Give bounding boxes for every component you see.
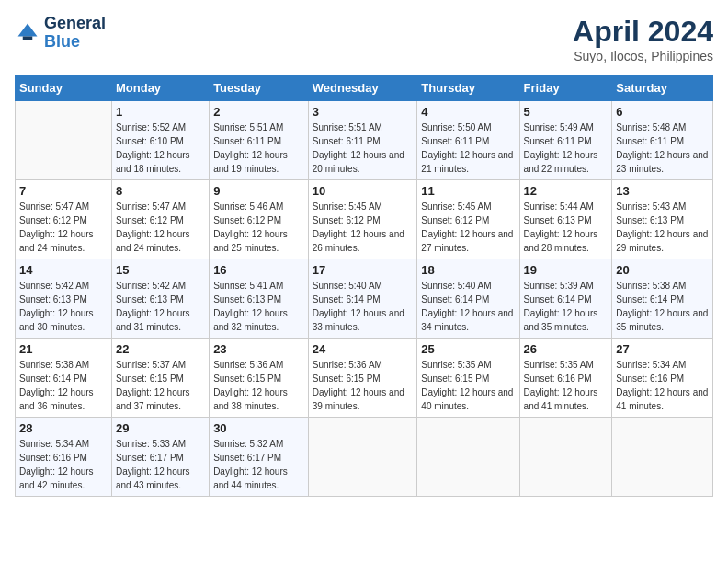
day-info: Sunrise: 5:35 AMSunset: 6:15 PMDaylight:… <box>421 358 515 413</box>
day-info: Sunrise: 5:49 AMSunset: 6:11 PMDaylight:… <box>524 121 609 176</box>
day-info: Sunrise: 5:34 AMSunset: 6:16 PMDaylight:… <box>616 358 709 413</box>
calendar-cell: 10 Sunrise: 5:45 AMSunset: 6:12 PMDaylig… <box>308 180 417 259</box>
calendar-cell: 14 Sunrise: 5:42 AMSunset: 6:13 PMDaylig… <box>16 259 112 339</box>
subtitle: Suyo, Ilocos, Philippines <box>573 49 713 63</box>
day-number: 1 <box>116 105 205 119</box>
day-number: 21 <box>19 342 108 356</box>
calendar-cell <box>308 418 417 497</box>
calendar-cell <box>519 418 612 497</box>
logo-icon <box>15 20 40 46</box>
day-info: Sunrise: 5:38 AMSunset: 6:14 PMDaylight:… <box>19 358 108 413</box>
day-number: 14 <box>19 263 108 277</box>
calendar-cell: 25 Sunrise: 5:35 AMSunset: 6:15 PMDaylig… <box>417 339 519 418</box>
calendar-cell: 5 Sunrise: 5:49 AMSunset: 6:11 PMDayligh… <box>519 101 612 180</box>
day-info: Sunrise: 5:36 AMSunset: 6:15 PMDaylight:… <box>213 358 304 413</box>
calendar-cell: 2 Sunrise: 5:51 AMSunset: 6:11 PMDayligh… <box>210 101 309 180</box>
day-number: 7 <box>19 184 108 198</box>
calendar-body: 1 Sunrise: 5:52 AMSunset: 6:10 PMDayligh… <box>16 101 713 497</box>
day-info: Sunrise: 5:33 AMSunset: 6:17 PMDaylight:… <box>116 437 205 492</box>
day-number: 23 <box>213 342 304 356</box>
day-info: Sunrise: 5:40 AMSunset: 6:14 PMDaylight:… <box>313 279 414 334</box>
day-info: Sunrise: 5:42 AMSunset: 6:13 PMDaylight:… <box>19 279 108 334</box>
calendar-cell: 18 Sunrise: 5:40 AMSunset: 6:14 PMDaylig… <box>417 259 519 339</box>
day-number: 4 <box>421 105 515 119</box>
day-number: 11 <box>421 184 515 198</box>
calendar-cell <box>612 418 713 497</box>
day-info: Sunrise: 5:36 AMSunset: 6:15 PMDaylight:… <box>313 358 414 413</box>
title-area: April 2024 Suyo, Ilocos, Philippines <box>573 15 713 63</box>
calendar-cell: 27 Sunrise: 5:34 AMSunset: 6:16 PMDaylig… <box>612 339 713 418</box>
day-info: Sunrise: 5:35 AMSunset: 6:16 PMDaylight:… <box>524 358 609 413</box>
day-header-friday: Friday <box>519 75 612 101</box>
day-number: 12 <box>524 184 609 198</box>
day-number: 2 <box>213 105 304 119</box>
calendar-cell: 26 Sunrise: 5:35 AMSunset: 6:16 PMDaylig… <box>519 339 612 418</box>
day-number: 22 <box>116 342 205 356</box>
svg-marker-0 <box>18 23 38 36</box>
day-number: 25 <box>421 342 515 356</box>
calendar-cell: 1 Sunrise: 5:52 AMSunset: 6:10 PMDayligh… <box>111 101 209 180</box>
day-info: Sunrise: 5:47 AMSunset: 6:12 PMDaylight:… <box>116 200 205 255</box>
calendar-cell <box>16 101 112 180</box>
day-info: Sunrise: 5:32 AMSunset: 6:17 PMDaylight:… <box>213 437 304 492</box>
calendar-cell: 24 Sunrise: 5:36 AMSunset: 6:15 PMDaylig… <box>308 339 417 418</box>
day-number: 28 <box>19 421 108 435</box>
day-number: 10 <box>313 184 414 198</box>
header: General Blue April 2024 Suyo, Ilocos, Ph… <box>15 15 713 63</box>
calendar-cell: 9 Sunrise: 5:46 AMSunset: 6:12 PMDayligh… <box>210 180 309 259</box>
calendar-cell <box>417 418 519 497</box>
day-number: 8 <box>116 184 205 198</box>
calendar-cell: 15 Sunrise: 5:42 AMSunset: 6:13 PMDaylig… <box>111 259 209 339</box>
day-info: Sunrise: 5:40 AMSunset: 6:14 PMDaylight:… <box>421 279 515 334</box>
month-title: April 2024 <box>573 15 713 49</box>
day-number: 9 <box>213 184 304 198</box>
calendar-cell: 16 Sunrise: 5:41 AMSunset: 6:13 PMDaylig… <box>210 259 309 339</box>
day-info: Sunrise: 5:45 AMSunset: 6:12 PMDaylight:… <box>421 200 515 255</box>
calendar-week-row: 28 Sunrise: 5:34 AMSunset: 6:16 PMDaylig… <box>16 418 713 497</box>
calendar-cell: 30 Sunrise: 5:32 AMSunset: 6:17 PMDaylig… <box>210 418 309 497</box>
day-info: Sunrise: 5:47 AMSunset: 6:12 PMDaylight:… <box>19 200 108 255</box>
day-number: 17 <box>313 263 414 277</box>
calendar-cell: 3 Sunrise: 5:51 AMSunset: 6:11 PMDayligh… <box>308 101 417 180</box>
day-info: Sunrise: 5:34 AMSunset: 6:16 PMDaylight:… <box>19 437 108 492</box>
calendar-cell: 29 Sunrise: 5:33 AMSunset: 6:17 PMDaylig… <box>111 418 209 497</box>
calendar-week-row: 21 Sunrise: 5:38 AMSunset: 6:14 PMDaylig… <box>16 339 713 418</box>
calendar-week-row: 7 Sunrise: 5:47 AMSunset: 6:12 PMDayligh… <box>16 180 713 259</box>
calendar-cell: 7 Sunrise: 5:47 AMSunset: 6:12 PMDayligh… <box>16 180 112 259</box>
day-info: Sunrise: 5:52 AMSunset: 6:10 PMDaylight:… <box>116 121 205 176</box>
day-number: 5 <box>524 105 609 119</box>
day-info: Sunrise: 5:41 AMSunset: 6:13 PMDaylight:… <box>213 279 304 334</box>
day-header-saturday: Saturday <box>612 75 713 101</box>
logo: General Blue <box>15 15 106 52</box>
day-header-thursday: Thursday <box>417 75 519 101</box>
day-header-sunday: Sunday <box>16 75 112 101</box>
day-info: Sunrise: 5:51 AMSunset: 6:11 PMDaylight:… <box>213 121 304 176</box>
calendar-week-row: 14 Sunrise: 5:42 AMSunset: 6:13 PMDaylig… <box>16 259 713 339</box>
day-header-tuesday: Tuesday <box>210 75 309 101</box>
day-number: 27 <box>616 342 709 356</box>
day-info: Sunrise: 5:44 AMSunset: 6:13 PMDaylight:… <box>524 200 609 255</box>
day-number: 19 <box>524 263 609 277</box>
calendar-cell: 21 Sunrise: 5:38 AMSunset: 6:14 PMDaylig… <box>16 339 112 418</box>
calendar-cell: 22 Sunrise: 5:37 AMSunset: 6:15 PMDaylig… <box>111 339 209 418</box>
day-info: Sunrise: 5:42 AMSunset: 6:13 PMDaylight:… <box>116 279 205 334</box>
day-info: Sunrise: 5:38 AMSunset: 6:14 PMDaylight:… <box>616 279 709 334</box>
day-info: Sunrise: 5:51 AMSunset: 6:11 PMDaylight:… <box>313 121 414 176</box>
calendar-week-row: 1 Sunrise: 5:52 AMSunset: 6:10 PMDayligh… <box>16 101 713 180</box>
day-number: 20 <box>616 263 709 277</box>
calendar-cell: 12 Sunrise: 5:44 AMSunset: 6:13 PMDaylig… <box>519 180 612 259</box>
day-info: Sunrise: 5:50 AMSunset: 6:11 PMDaylight:… <box>421 121 515 176</box>
calendar-table: SundayMondayTuesdayWednesdayThursdayFrid… <box>15 75 713 497</box>
svg-rect-1 <box>23 36 33 40</box>
day-number: 6 <box>616 105 709 119</box>
day-header-wednesday: Wednesday <box>308 75 417 101</box>
day-number: 26 <box>524 342 609 356</box>
day-number: 30 <box>213 421 304 435</box>
day-number: 16 <box>213 263 304 277</box>
calendar-cell: 23 Sunrise: 5:36 AMSunset: 6:15 PMDaylig… <box>210 339 309 418</box>
day-info: Sunrise: 5:45 AMSunset: 6:12 PMDaylight:… <box>313 200 414 255</box>
day-info: Sunrise: 5:37 AMSunset: 6:15 PMDaylight:… <box>116 358 205 413</box>
day-info: Sunrise: 5:43 AMSunset: 6:13 PMDaylight:… <box>616 200 709 255</box>
day-number: 13 <box>616 184 709 198</box>
calendar-cell: 17 Sunrise: 5:40 AMSunset: 6:14 PMDaylig… <box>308 259 417 339</box>
